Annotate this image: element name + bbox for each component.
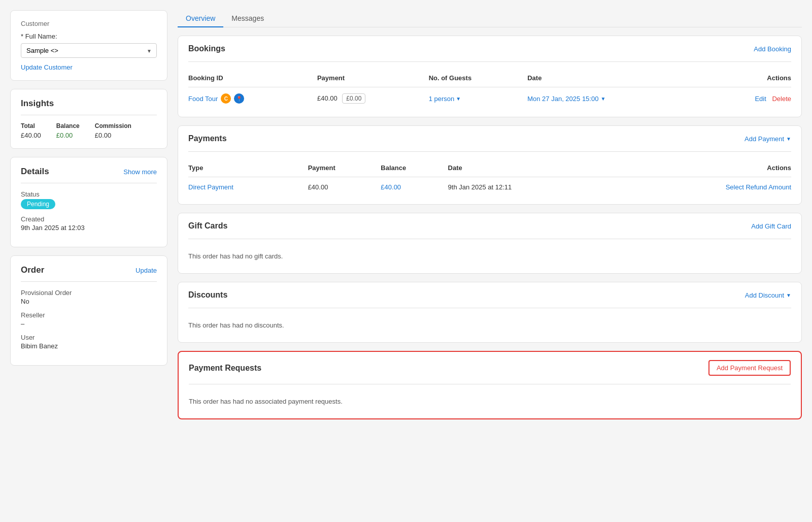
insights-table: Total £40.00 Balance £0.00 Commission £0… [21,122,157,139]
add-gift-card-button[interactable]: Add Gift Card [751,222,791,230]
booking-guests-cell: 1 person ▼ [429,87,528,110]
booking-badge-c: C [221,93,231,104]
status-row: Status Pending [21,190,157,209]
table-row: Direct Payment £40.00 £40.00 9th Jan 202… [188,177,791,198]
payments-table: Type Payment Balance Date Actions Direct… [188,159,791,197]
col-balance: Balance [381,159,448,177]
provisional-order-row: Provisional Order No [21,289,157,305]
delete-booking-button[interactable]: Delete [772,95,791,103]
customer-name-select[interactable]: Sample <> [21,43,157,58]
insights-col-commission: Commission £0.00 [95,122,131,139]
reseller-label: Reseller [21,311,157,319]
col-date-payment: Date [448,159,617,177]
bookings-section: Bookings Add Booking Booking ID Payment … [178,36,802,117]
payments-section: Payments Add Payment ▼ Type Payment Bala… [178,125,802,205]
booking-payment-cell: £40.00 £0.00 [317,87,429,110]
add-booking-button[interactable]: Add Booking [754,45,791,53]
booking-payment-amount: £40.00 [317,94,337,102]
payment-requests-empty: This order has had no associated payment… [189,392,791,411]
status-label: Status [21,190,157,198]
tab-overview[interactable]: Overview [178,10,223,27]
col-actions: Actions [707,69,791,87]
insights-balance-value: £0.00 [56,132,80,139]
booking-badge-pin: 📍 [234,93,244,104]
insights-commission-label: Commission [95,122,131,129]
discounts-title: Discounts [188,290,227,300]
insights-commission-value: £0.00 [95,132,131,139]
bookings-title: Bookings [188,44,225,53]
booking-guests-link[interactable]: 1 person ▼ [429,95,461,103]
discounts-empty: This order has had no discounts. [188,315,791,335]
customer-section-label: Customer [21,20,157,27]
details-title: Details [21,167,49,177]
customer-card: Customer * Full Name: Sample <> Update C… [10,10,167,81]
booking-date-link[interactable]: Mon 27 Jan, 2025 15:00 ▼ [527,95,605,103]
user-label: User [21,334,157,341]
payment-balance-value: £40.00 [381,183,401,191]
payment-requests-body: This order has had no associated payment… [179,384,801,418]
payments-body: Type Payment Balance Date Actions Direct… [178,152,801,204]
insights-balance-label: Balance [56,122,80,129]
gift-cards-section: Gift Cards Add Gift Card This order has … [178,213,802,274]
payment-requests-section: Payment Requests Add Payment Request Thi… [178,351,802,419]
col-type: Type [188,159,308,177]
customer-name-select-wrapper[interactable]: Sample <> [21,43,157,58]
payment-balance-cell: £40.00 [381,177,448,198]
add-payment-button[interactable]: Add Payment ▼ [745,135,791,143]
gift-cards-header: Gift Cards Add Gift Card [178,213,801,239]
add-discount-label: Add Discount [745,291,784,299]
insights-total-label: Total [21,122,41,129]
date-dropdown-arrow: ▼ [600,96,605,102]
reseller-value: – [21,320,157,328]
update-order-button[interactable]: Update [136,267,157,274]
status-badge: Pending [21,199,55,209]
payments-header: Payments Add Payment ▼ [178,126,801,151]
payments-title: Payments [188,134,227,143]
add-payment-request-button[interactable]: Add Payment Request [708,360,791,376]
insights-col-balance: Balance £0.00 [56,122,80,139]
insights-title: Insights [21,99,157,109]
booking-payment-badge: £0.00 [342,93,365,104]
bookings-body: Booking ID Payment No. of Guests Date Ac… [178,62,801,117]
created-row: Created 9th Jan 2025 at 12:03 [21,215,157,232]
show-more-button[interactable]: Show more [123,168,157,176]
tabs: Overview Messages [178,10,802,27]
discounts-body: This order has had no discounts. [178,308,801,342]
edit-booking-button[interactable]: Edit [755,95,766,103]
col-date: Date [527,69,707,87]
booking-id-cell: Food Tour C 📍 [188,87,317,110]
order-card: Order Update Provisional Order No Resell… [10,255,167,366]
payment-actions-cell: Select Refund Amount [617,177,791,198]
details-card: Details Show more Status Pending Created… [10,157,167,247]
col-booking-id: Booking ID [188,69,317,87]
booking-food-tour-link[interactable]: Food Tour [188,95,218,103]
order-title: Order [21,265,44,275]
user-value: Bibim Banez [21,342,157,350]
sidebar: Customer * Full Name: Sample <> Update C… [10,10,167,512]
full-name-label: * Full Name: [21,32,157,40]
table-row: Food Tour C 📍 £40.00 £0.00 [188,87,791,110]
add-discount-button[interactable]: Add Discount ▼ [745,291,791,299]
bookings-header: Bookings Add Booking [178,36,801,61]
insights-card: Insights Total £40.00 Balance £0.00 Comm… [10,89,167,149]
select-refund-button[interactable]: Select Refund Amount [726,183,791,191]
insights-total-value: £40.00 [21,132,41,139]
add-payment-arrow: ▼ [786,136,791,142]
col-payment-amount: Payment [308,159,381,177]
direct-payment-link[interactable]: Direct Payment [188,183,233,191]
tab-messages[interactable]: Messages [223,10,272,27]
gift-cards-body: This order has had no gift cards. [178,239,801,273]
discounts-header: Discounts Add Discount ▼ [178,282,801,308]
created-value: 9th Jan 2025 at 12:03 [21,224,157,232]
payment-type-cell: Direct Payment [188,177,308,198]
update-customer-button[interactable]: Update Customer [21,63,73,71]
gift-cards-title: Gift Cards [188,221,227,231]
order-divider [21,281,157,282]
details-header: Details Show more [21,167,157,177]
payment-date-cell: 9th Jan 2025 at 12:11 [448,177,617,198]
order-header: Order Update [21,265,157,275]
add-discount-arrow: ▼ [786,292,791,298]
booking-id-content: Food Tour C 📍 [188,93,317,104]
guests-dropdown-arrow: ▼ [456,96,461,102]
insights-divider [21,115,157,115]
